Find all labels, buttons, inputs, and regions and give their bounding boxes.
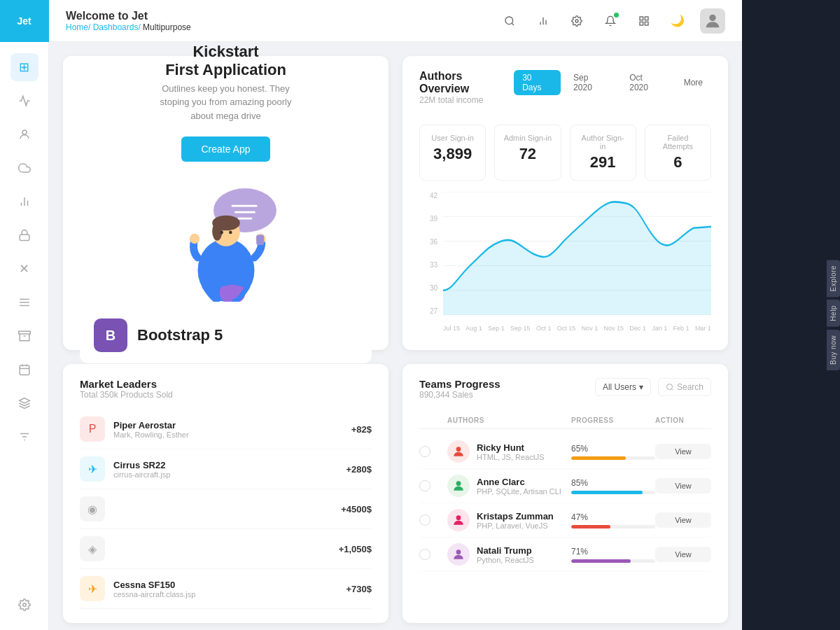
explore-button[interactable]: Explore [827, 260, 840, 297]
period-tab-more[interactable]: More [676, 75, 711, 90]
header-right: 🌙 [498, 8, 725, 34]
svg-rect-26 [645, 17, 648, 20]
avatar[interactable] [700, 8, 725, 34]
svg-point-52 [666, 384, 672, 390]
sidebar-item-archive[interactable] [10, 322, 38, 350]
svg-rect-28 [645, 22, 648, 25]
kickstart-title: Kickstart First Application [165, 43, 286, 79]
sidebar-item-close[interactable]: ✕ [10, 255, 38, 283]
content-area: Kickstart First Application Outlines kee… [49, 42, 742, 630]
period-tab-oct2020[interactable]: Oct 2020 [621, 70, 671, 95]
svg-point-54 [456, 447, 461, 451]
svg-point-19 [505, 17, 513, 24]
sidebar-item-settings[interactable] [10, 591, 38, 619]
buy-now-button[interactable]: Buy now [827, 330, 840, 370]
analytics-icon[interactable] [532, 10, 554, 32]
chart-canvas [443, 192, 711, 315]
teams-progress-card: Teams Progress 890,344 Sales All Users ▾… [402, 364, 728, 623]
market-logo-4: ◈ [80, 536, 105, 561]
sidebar-bottom [10, 580, 38, 630]
view-button-anne[interactable]: View [655, 478, 711, 493]
market-value-cessna: +730$ [346, 584, 372, 594]
svg-point-24 [575, 20, 578, 22]
market-value-4: +1,050$ [339, 544, 372, 554]
stat-admin-signin: Admin Sign-in 72 [494, 125, 561, 181]
market-logo-piper: P [80, 416, 105, 442]
bootstrap-text: Bootstrap 5 [137, 326, 223, 344]
market-item-cirrus: ✈ Cirrus SR22 cirrus-aircraft.jsp +280$ [80, 449, 372, 489]
svg-point-29 [709, 14, 715, 20]
svg-point-55 [456, 481, 461, 486]
market-value-piper: +82$ [351, 424, 372, 435]
checkbox-anne[interactable] [419, 480, 430, 491]
market-leaders-title: Market Leaders [80, 378, 372, 390]
view-button-natali[interactable]: View [655, 547, 711, 562]
sidebar-item-menu[interactable] [10, 288, 38, 316]
page-title: Welcome to Jet [66, 10, 191, 22]
sidebar-item-lock[interactable] [10, 221, 38, 249]
sidebar-item-barchart[interactable] [10, 188, 38, 216]
svg-rect-25 [640, 17, 643, 20]
stat-failed-attempts: Failed Attempts 6 [645, 125, 711, 181]
svg-point-39 [220, 231, 223, 234]
dark-mode-toggle[interactable]: 🌙 [666, 10, 689, 32]
market-value-cirrus: +280$ [346, 464, 372, 475]
main-wrapper: Welcome to Jet Home/ Dashboards/ Multipu… [49, 0, 742, 630]
checkbox-kristaps[interactable] [419, 514, 430, 526]
svg-rect-43 [256, 235, 264, 245]
sidebar-logo[interactable]: Jet [0, 0, 49, 42]
kickstart-description: Outlines keep you honest. They stoping y… [149, 82, 303, 123]
svg-point-57 [456, 550, 461, 554]
svg-point-40 [229, 231, 232, 234]
svg-point-56 [456, 515, 461, 520]
sidebar: Jet ⊞ ✕ [0, 0, 49, 630]
market-value-3: +4500$ [341, 504, 372, 514]
sidebar-item-cloud[interactable] [10, 154, 38, 182]
all-users-select[interactable]: All Users ▾ [595, 378, 651, 396]
teams-row-ricky: Ricky Hunt HTML, JS, ReactJS 65% View [419, 435, 711, 469]
breadcrumb-dashboards[interactable]: Dashboards/ [93, 22, 141, 32]
checkbox-natali[interactable] [419, 549, 430, 560]
progress-natali: 71% [571, 547, 655, 563]
period-tab-sep2020[interactable]: Sep 2020 [565, 70, 617, 95]
kickstart-card: Kickstart First Application Outlines kee… [63, 56, 388, 350]
checkbox-ricky[interactable] [419, 446, 430, 457]
search-icon[interactable] [498, 10, 521, 32]
market-item-4: ◈ +1,050$ [80, 529, 372, 569]
apps-icon[interactable] [633, 10, 655, 32]
sidebar-item-filter[interactable] [10, 423, 38, 451]
view-button-kristaps[interactable]: View [655, 512, 711, 528]
sidebar-item-user[interactable] [10, 120, 38, 148]
authors-header: Authors Overview 22M total income 30 Day… [419, 70, 711, 113]
progress-ricky: 65% [571, 444, 655, 460]
chevron-down-icon: ▾ [639, 382, 643, 392]
svg-rect-8 [18, 331, 30, 334]
sidebar-item-layers[interactable] [10, 389, 38, 417]
teams-toolbar: All Users ▾ Search [595, 378, 711, 396]
sidebar-item-calendar[interactable] [10, 356, 38, 384]
illustration [163, 176, 289, 302]
teams-search-box[interactable]: Search [658, 378, 711, 396]
chart-area: 42 39 36 33 30 27 [419, 192, 711, 332]
svg-line-53 [671, 388, 673, 390]
sidebar-item-chart[interactable] [10, 87, 38, 115]
period-tabs: 30 Days Sep 2020 Oct 2020 More [514, 70, 711, 95]
settings-icon[interactable] [566, 10, 588, 32]
market-info-piper: Piper Aerostar Mark, Rowling, Esther [113, 420, 351, 439]
stat-user-signin: User Sign-in 3,899 [419, 125, 486, 181]
breadcrumb-home[interactable]: Home/ [66, 22, 90, 32]
sidebar-item-grid[interactable]: ⊞ [10, 53, 38, 81]
stat-author-signin: Author Sign-in 291 [570, 125, 636, 181]
period-tab-30days[interactable]: 30 Days [514, 70, 561, 95]
svg-rect-4 [20, 234, 29, 240]
help-button[interactable]: Help [827, 300, 840, 327]
notifications-icon[interactable] [599, 10, 622, 32]
chart-x-labels: Jul 15 Aug 1 Sep 1 Sep 15 Oct 1 Oct 15 N… [443, 325, 711, 332]
view-button-ricky[interactable]: View [655, 444, 711, 459]
right-panel: Explore Help Buy now [742, 0, 840, 630]
progress-anne: 85% [571, 478, 655, 494]
create-app-button[interactable]: Create App [181, 136, 270, 162]
teams-title-group: Teams Progress 890,344 Sales [419, 378, 500, 410]
svg-line-20 [512, 23, 514, 25]
bootstrap-banner: B Bootstrap 5 [80, 307, 372, 363]
